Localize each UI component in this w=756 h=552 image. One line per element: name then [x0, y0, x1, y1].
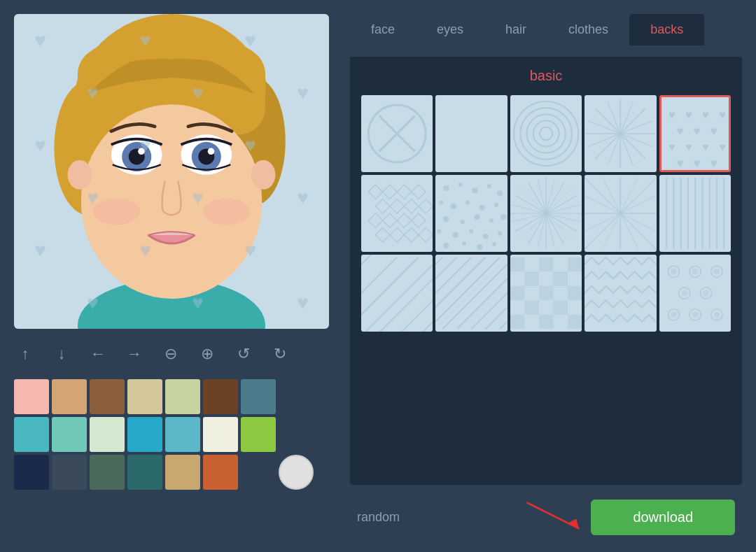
- svg-line-114: [584, 178, 620, 213]
- color-swatch[interactable]: [90, 455, 125, 490]
- svg-rect-173: [568, 315, 582, 329]
- tab-eyes[interactable]: eyes: [416, 14, 484, 45]
- pattern-zigzag[interactable]: [584, 255, 656, 332]
- svg-point-189: [713, 312, 719, 318]
- pattern-blank[interactable]: [435, 95, 507, 172]
- right-panel: face eyes hair clothes backs basic: [343, 0, 756, 552]
- move-up-button[interactable]: ↑: [14, 343, 36, 365]
- move-left-button[interactable]: ←: [87, 343, 109, 365]
- svg-rect-150: [524, 257, 538, 271]
- svg-line-148: [500, 322, 507, 329]
- svg-text:♥: ♥: [719, 108, 726, 122]
- pattern-starburst[interactable]: [510, 175, 582, 252]
- svg-point-60: [458, 183, 463, 187]
- svg-line-84: [546, 183, 564, 213]
- pattern-dots[interactable]: [435, 175, 507, 252]
- controls-row: ↑ ↓ ← → ⊖ ⊕ ↺ ↻: [14, 340, 329, 368]
- download-button[interactable]: download: [591, 500, 735, 535]
- svg-text:♥: ♥: [719, 140, 726, 154]
- color-swatch[interactable]: [165, 379, 200, 414]
- color-swatch[interactable]: [14, 379, 49, 414]
- svg-rect-155: [524, 271, 538, 285]
- svg-point-64: [440, 201, 444, 205]
- svg-rect-165: [524, 300, 538, 314]
- svg-line-104: [512, 205, 546, 213]
- pattern-floral[interactable]: [659, 255, 731, 332]
- pattern-rays2[interactable]: [584, 175, 656, 252]
- svg-point-74: [437, 229, 441, 234]
- color-swatch[interactable]: [241, 379, 276, 414]
- svg-point-24: [514, 101, 578, 166]
- color-swatch[interactable]: [90, 379, 125, 414]
- pattern-hearts[interactable]: ♥ ♥ ♥ ♥ ♥ ♥ ♥ ♥ ♥ ♥ ♥ ♥ ♥ ♥: [659, 95, 731, 172]
- color-swatch-white[interactable]: [279, 455, 314, 490]
- svg-point-62: [487, 184, 491, 188]
- pattern-diagonal1[interactable]: [361, 255, 433, 332]
- move-down-button[interactable]: ↓: [50, 343, 73, 365]
- arrow-container: download: [521, 496, 735, 538]
- svg-rect-156: [539, 271, 553, 285]
- svg-rect-152: [553, 257, 567, 271]
- tab-backs[interactable]: backs: [629, 14, 704, 45]
- color-swatch[interactable]: [90, 417, 125, 452]
- svg-point-69: [444, 216, 449, 222]
- svg-text:♥: ♥: [668, 140, 675, 154]
- redo-button[interactable]: ↻: [269, 343, 291, 365]
- svg-point-75: [453, 232, 458, 238]
- tab-clothes[interactable]: clothes: [547, 14, 629, 45]
- pattern-concentric[interactable]: [510, 95, 582, 172]
- pattern-vertical-stripes[interactable]: [659, 175, 731, 252]
- tab-face[interactable]: face: [350, 14, 416, 45]
- svg-point-79: [444, 243, 449, 248]
- pattern-sunrays[interactable]: [584, 95, 656, 172]
- pattern-x-circle[interactable]: [361, 95, 433, 172]
- color-swatch[interactable]: [52, 455, 87, 490]
- zoom-out-button[interactable]: ⊖: [160, 343, 182, 365]
- color-swatch[interactable]: [14, 455, 49, 490]
- color-swatch[interactable]: [203, 455, 238, 490]
- svg-rect-153: [568, 257, 582, 271]
- color-swatch[interactable]: [127, 417, 162, 452]
- color-swatch[interactable]: [127, 455, 162, 490]
- color-swatch[interactable]: [203, 417, 238, 452]
- color-swatch[interactable]: [52, 417, 87, 452]
- color-swatch-empty: [279, 379, 314, 414]
- svg-line-141: [435, 257, 471, 293]
- undo-button[interactable]: ↺: [232, 343, 255, 365]
- svg-line-190: [527, 502, 580, 529]
- color-swatch[interactable]: [241, 417, 276, 452]
- color-swatch-empty: [279, 417, 314, 452]
- svg-rect-149: [510, 257, 524, 271]
- svg-line-119: [603, 213, 621, 249]
- svg-point-80: [462, 241, 466, 246]
- color-swatch[interactable]: [127, 379, 162, 414]
- tab-hair[interactable]: hair: [484, 14, 547, 45]
- svg-point-81: [477, 244, 483, 250]
- color-swatch[interactable]: [14, 417, 49, 452]
- svg-point-78: [498, 232, 502, 236]
- pattern-checks[interactable]: [510, 255, 582, 332]
- color-swatch[interactable]: [203, 379, 238, 414]
- move-right-button[interactable]: →: [123, 343, 146, 365]
- svg-rect-171: [539, 315, 553, 329]
- pattern-diamonds[interactable]: [361, 175, 433, 252]
- svg-line-103: [512, 213, 546, 222]
- svg-point-72: [489, 218, 493, 222]
- svg-rect-163: [568, 286, 582, 300]
- svg-line-138: [419, 315, 433, 332]
- svg-point-25: [520, 108, 572, 160]
- random-button[interactable]: random: [357, 510, 400, 525]
- svg-line-90: [528, 213, 546, 244]
- svg-line-113: [584, 213, 620, 249]
- zoom-in-button[interactable]: ⊕: [196, 343, 218, 365]
- svg-point-67: [479, 205, 485, 211]
- svg-point-27: [533, 121, 559, 147]
- color-swatch[interactable]: [165, 455, 200, 490]
- color-swatch[interactable]: [52, 379, 87, 414]
- pattern-diagonal2[interactable]: [435, 255, 507, 332]
- color-swatch[interactable]: [165, 417, 200, 452]
- svg-line-137: [397, 293, 433, 332]
- heart-background: ♥♥♥ ♥♥♥ ♥♥♥ ♥♥♥ ♥♥♥ ♥♥♥: [14, 14, 329, 329]
- svg-line-42: [588, 134, 620, 146]
- svg-text:♥: ♥: [685, 140, 692, 154]
